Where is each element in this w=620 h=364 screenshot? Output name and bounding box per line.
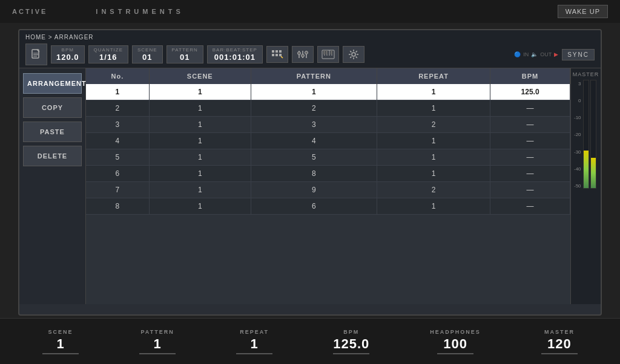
cell-scene: 1 [149,198,251,215]
cell-no: 4 [86,133,149,149]
cell-scene: 1 [149,133,251,149]
vu-bar-right [590,80,596,189]
pattern-field[interactable]: PATTERN 01 [167,45,203,63]
piano-roll-button[interactable] [317,46,339,63]
delete-button[interactable]: DELETE [23,146,82,166]
cell-repeat: 1 [377,198,490,215]
file-icon[interactable] [25,44,47,65]
cell-scene: 1 [149,182,251,198]
arrangement-button[interactable]: ARRANGEMENT [23,73,82,94]
screen-content: ARRANGEMENT COPY PASTE DELETE No. SCENE … [19,68,601,304]
bottom-repeat-underline [236,353,272,354]
copy-button[interactable]: COPY [23,97,82,118]
in-label: 🔵 [514,51,521,57]
cell-bpm: — [490,133,570,149]
svg-rect-6 [279,50,282,53]
cell-bpm: — [490,149,570,166]
bottom-master-label: MASTER [544,329,575,335]
cell-bpm: — [490,198,570,215]
bottom-master: MASTER 120 [541,329,578,354]
arrangement-table: No. SCENE PATTERN REPEAT BPM 1111125.021… [86,68,570,304]
svg-rect-4 [272,50,274,53]
active-label: ACTIVE [12,8,47,15]
cell-bpm: — [490,182,570,198]
sync-button[interactable]: SYNC [562,49,595,60]
cell-bpm: — [490,166,570,182]
svg-rect-23 [326,50,328,54]
bottom-repeat: REPEAT 1 [236,329,272,354]
master-vu-label: MASTER [573,71,599,77]
cell-pattern: 6 [251,198,377,215]
cell-scene: 1 [149,100,251,117]
vu-fill-left [584,151,589,188]
table-row[interactable]: 8161— [86,198,570,215]
svg-point-16 [305,51,308,54]
quantize-field[interactable]: QUANTIZE 1/16 [88,45,128,63]
cell-bpm: — [490,100,570,117]
cell-scene: 1 [149,149,251,166]
cell-no: 3 [86,117,149,133]
table-row[interactable]: 3132— [86,117,570,133]
cell-pattern: 9 [251,182,377,198]
paste-button[interactable]: PASTE [23,122,82,142]
grid-edit-button[interactable] [266,46,288,63]
svg-rect-9 [279,54,282,56]
cell-no: 8 [86,198,149,215]
cell-pattern: 1 [251,84,377,100]
table-row[interactable]: 5151— [86,149,570,166]
col-no: No. [86,68,149,84]
bottom-pattern-underline [139,353,176,354]
bottom-headphones-underline [437,353,473,354]
mixer-button[interactable] [292,46,314,63]
bottom-scene-value: 1 [56,336,64,352]
table-row[interactable]: 6181— [86,166,570,182]
bottom-bpm-value: 125.0 [333,336,369,352]
sync-section: 🔵 IN 🔈 OUT ▶ SYNC [514,49,595,60]
bottom-scene-label: SCENE [48,329,73,335]
in-text: IN [523,51,529,57]
table-row[interactable]: 1111125.0 [86,84,570,100]
cell-scene: 1 [149,166,251,182]
cell-repeat: 1 [377,149,490,166]
top-bar: ACTIVE INSTRUMENTS WAKE UP [0,0,620,23]
cell-pattern: 8 [251,166,377,182]
bottom-repeat-label: REPEAT [240,329,269,335]
vu-scale-20: -20 [574,132,581,137]
cell-repeat: 1 [377,133,490,149]
table-row[interactable]: 4141— [86,133,570,149]
device-outer: ACTIVE INSTRUMENTS WAKE UP HOME > ARRANG… [0,0,620,364]
col-scene: SCENE [149,68,251,84]
scene-field[interactable]: SCENE 01 [132,45,163,63]
col-repeat: REPEAT [377,68,490,84]
settings-button[interactable] [343,46,364,63]
svg-line-10 [281,56,283,58]
bottom-pattern: PATTERN 1 [139,329,176,354]
bottom-headphones-label: HEADPHONES [430,329,481,335]
vu-scale-0: 0 [574,98,581,103]
wake-up-button[interactable]: WAKE UP [558,5,608,18]
col-bpm: BPM [490,68,570,84]
bpm-field[interactable]: BPM 120.0 [51,45,85,63]
table-row[interactable]: 2121— [86,100,570,117]
col-pattern: PATTERN [251,68,377,84]
vu-scale-50: -50 [574,183,581,189]
out-text: OUT [540,51,552,57]
rec-indicator: ▶ [554,51,558,57]
bottom-pattern-value: 1 [153,336,161,352]
vu-scale-30: -30 [574,149,581,155]
bar-beat-step-field[interactable]: BAR:BEAT:STEP 001:01:01 [207,45,263,63]
cell-repeat: 1 [377,100,490,117]
vu-scale-10: -10 [574,115,581,120]
out-label: 🔈 [531,51,538,57]
vu-fill-right [591,158,596,188]
cell-no: 1 [86,84,149,100]
instruments-label: INSTRUMENTS [96,8,183,15]
bottom-scene-underline [42,353,79,354]
bottom-bpm-underline [333,353,369,354]
screen-header: HOME > ARRANGER BPM 120.0 [19,30,601,68]
bottom-bpm: BPM 125.0 [333,329,369,354]
cell-scene: 1 [149,117,251,133]
cell-pattern: 5 [251,149,377,166]
left-sidebar: ARRANGEMENT COPY PASTE DELETE [19,68,86,304]
table-row[interactable]: 7192— [86,182,570,198]
